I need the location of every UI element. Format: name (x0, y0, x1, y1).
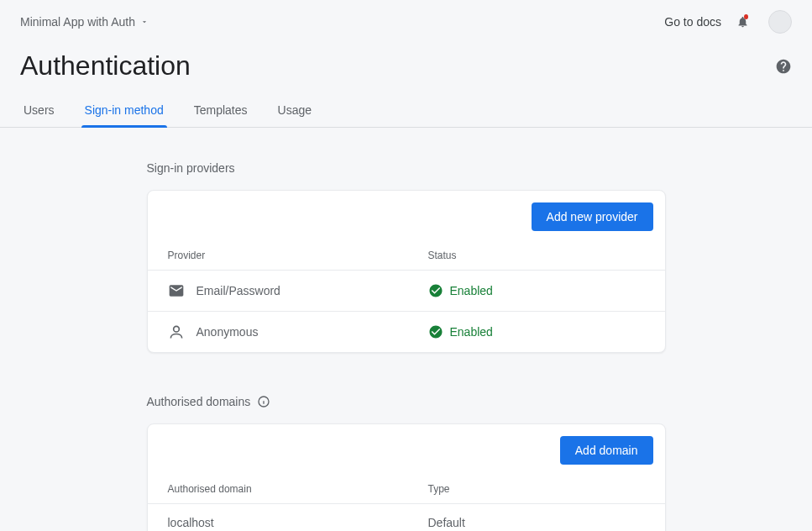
chevron-down-icon (140, 18, 149, 26)
section-header-domains: Authorised domains (147, 395, 666, 408)
tabs: Users Sign-in method Templates Usage (0, 95, 812, 128)
docs-link[interactable]: Go to docs (664, 15, 721, 29)
section-title: Sign-in providers (147, 161, 235, 175)
providers-table-head: Provider Status (148, 243, 665, 271)
col-type: Type (428, 483, 645, 495)
provider-row-anonymous[interactable]: Anonymous Enabled (148, 312, 665, 352)
domain-row[interactable]: localhost Default (148, 504, 665, 531)
app-header: Minimal App with Auth Go to docs (0, 0, 812, 40)
col-domain: Authorised domain (168, 483, 428, 495)
add-provider-button[interactable]: Add new provider (532, 202, 653, 231)
tab-templates[interactable]: Templates (191, 95, 251, 127)
provider-name: Anonymous (196, 325, 259, 339)
check-circle-icon (428, 283, 443, 298)
domain-type: Default (428, 516, 645, 529)
provider-name: Email/Password (196, 284, 280, 297)
tab-sign-in-method[interactable]: Sign-in method (81, 95, 167, 127)
section-title: Authorised domains (147, 395, 251, 408)
tab-users[interactable]: Users (20, 95, 58, 127)
content: Sign-in providers Add new provider Provi… (0, 128, 812, 531)
col-status: Status (428, 250, 645, 261)
check-circle-icon (428, 324, 443, 339)
add-domain-button[interactable]: Add domain (560, 436, 653, 465)
help-icon[interactable] (775, 58, 792, 75)
info-icon[interactable] (257, 395, 270, 408)
provider-row-email[interactable]: Email/Password Enabled (148, 271, 665, 312)
header-right: Go to docs (664, 10, 792, 34)
user-avatar[interactable] (768, 10, 792, 34)
tab-usage[interactable]: Usage (275, 95, 315, 127)
card-top: Add domain (148, 424, 665, 476)
providers-card: Add new provider Provider Status Email/P… (147, 190, 666, 353)
email-icon (168, 282, 185, 299)
col-provider: Provider (168, 250, 428, 261)
domains-card: Add domain Authorised domain Type localh… (147, 423, 666, 531)
svg-point-0 (173, 326, 179, 332)
page-title-row: Authentication (0, 40, 812, 95)
notifications-icon[interactable] (736, 13, 753, 30)
status-label: Enabled (450, 284, 493, 297)
domains-table-head: Authorised domain Type (148, 476, 665, 504)
section-header-providers: Sign-in providers (147, 161, 666, 175)
page-title: Authentication (20, 50, 191, 81)
project-name: Minimal App with Auth (20, 15, 135, 29)
status-label: Enabled (450, 325, 493, 339)
project-selector[interactable]: Minimal App with Auth (20, 15, 149, 29)
domain-name: localhost (168, 516, 428, 529)
card-top: Add new provider (148, 191, 665, 243)
person-icon (168, 323, 185, 340)
